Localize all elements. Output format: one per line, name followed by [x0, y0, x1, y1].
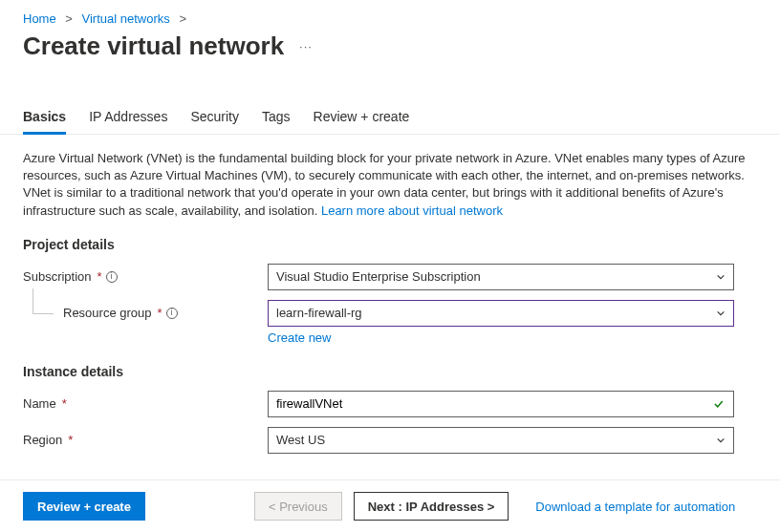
resource-group-value: learn-firewall-rg	[276, 306, 362, 320]
breadcrumb: Home > Virtual networks >	[0, 0, 780, 32]
chevron-down-icon	[716, 436, 726, 445]
project-details-heading: Project details	[23, 237, 757, 252]
tree-connector-icon	[23, 300, 63, 327]
review-create-button[interactable]: Review + create	[23, 492, 145, 521]
previous-button: < Previous	[254, 492, 342, 521]
ellipsis-icon[interactable]: ···	[299, 39, 313, 53]
instance-details-heading: Instance details	[23, 364, 757, 379]
resource-group-select[interactable]: learn-firewall-rg	[268, 300, 734, 327]
chevron-right-icon: >	[65, 11, 73, 26]
footer-bar: Review + create < Previous Next : IP Add…	[0, 479, 780, 532]
chevron-right-icon: >	[179, 11, 186, 26]
tab-review-create[interactable]: Review + create	[314, 101, 410, 134]
description-text: Azure Virtual Network (VNet) is the fund…	[23, 150, 749, 220]
tab-security[interactable]: Security	[190, 101, 239, 134]
subscription-label: Subscription* i	[23, 269, 268, 284]
subscription-value: Visual Studio Enterprise Subscription	[276, 269, 481, 284]
check-icon	[712, 397, 726, 411]
tab-tags[interactable]: Tags	[262, 101, 291, 134]
region-value: West US	[276, 433, 325, 447]
resource-group-label: Resource group* i	[63, 300, 268, 327]
next-button[interactable]: Next : IP Addresses >	[354, 492, 509, 521]
name-input-wrapper	[268, 391, 734, 417]
breadcrumb-home[interactable]: Home	[23, 11, 56, 26]
info-icon[interactable]: i	[106, 271, 118, 283]
breadcrumb-virtual-networks[interactable]: Virtual networks	[82, 11, 170, 26]
tab-ip-addresses[interactable]: IP Addresses	[89, 101, 167, 134]
learn-more-link[interactable]: Learn more about virtual network	[321, 203, 503, 218]
name-label: Name*	[23, 396, 268, 411]
subscription-select[interactable]: Visual Studio Enterprise Subscription	[268, 264, 734, 290]
region-label: Region*	[23, 433, 268, 447]
name-input[interactable]	[276, 396, 712, 411]
tab-basics[interactable]: Basics	[23, 101, 66, 134]
create-new-link[interactable]: Create new	[268, 330, 331, 345]
tabs: Basics IP Addresses Security Tags Review…	[0, 101, 780, 135]
page-title: Create virtual network	[23, 32, 284, 61]
download-template-link[interactable]: Download a template for automation	[535, 500, 735, 514]
info-icon[interactable]: i	[166, 308, 178, 319]
chevron-down-icon	[716, 309, 726, 318]
region-select[interactable]: West US	[268, 427, 734, 454]
chevron-down-icon	[716, 272, 726, 282]
